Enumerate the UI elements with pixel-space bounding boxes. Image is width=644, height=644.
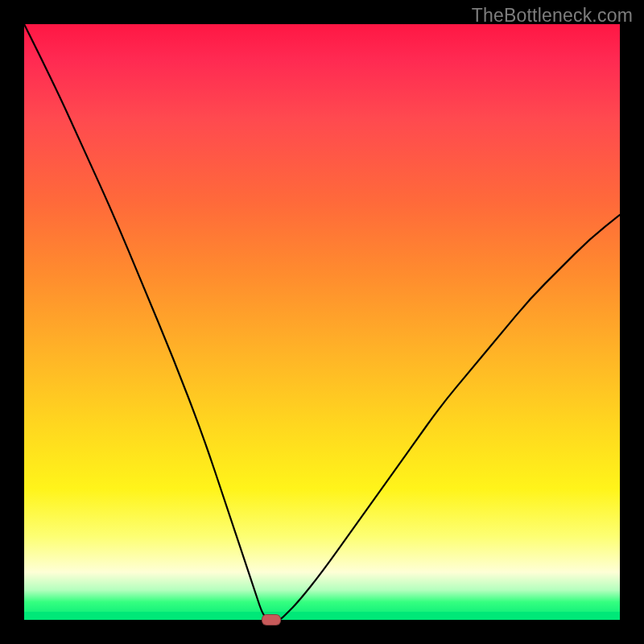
watermark-text: TheBottleneck.com xyxy=(472,5,633,27)
bottleneck-curve xyxy=(24,24,620,620)
curve-svg xyxy=(24,24,620,620)
chart-frame: TheBottleneck.com xyxy=(0,0,644,644)
optimal-marker xyxy=(262,614,281,625)
plot-area xyxy=(24,24,620,620)
